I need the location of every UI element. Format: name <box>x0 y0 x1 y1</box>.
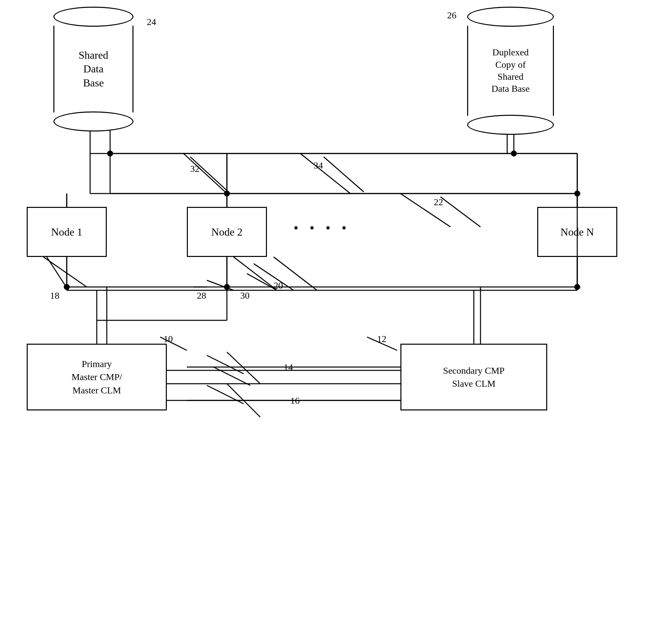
secondary-label: Secondary CMP Slave CLM <box>443 364 504 390</box>
db1-cylinder: Shared Data Base <box>50 7 137 134</box>
dots-separator: • • • • <box>294 220 350 236</box>
ref-12: 12 <box>377 334 386 344</box>
ref-30: 30 <box>240 290 250 301</box>
ref-18: 18 <box>50 290 60 301</box>
ref-16: 16 <box>290 395 300 406</box>
svg-line-50 <box>190 157 230 193</box>
svg-line-20 <box>227 384 260 417</box>
dot-node1-bottom <box>64 284 70 290</box>
dot-nodeN-bottom <box>574 284 580 290</box>
primary-box: Primary Master CMP/ Master CLM <box>27 344 167 410</box>
svg-line-52 <box>440 197 480 227</box>
db2-label: Duplexed Copy of Shared Data Base <box>491 46 529 95</box>
svg-line-22 <box>300 154 350 193</box>
dot-node2-bottom <box>224 284 230 290</box>
ref-24: 24 <box>147 17 156 27</box>
primary-label: Primary Master CMP/ Master CLM <box>71 358 122 397</box>
ref-22: 22 <box>434 197 443 208</box>
ref-32: 32 <box>190 163 200 174</box>
node1-label: Node 1 <box>51 225 82 239</box>
ref-26: 26 <box>447 10 456 21</box>
dot-db2-bus <box>511 151 517 157</box>
db2-cylinder: Duplexed Copy of Shared Data Base <box>464 7 557 137</box>
svg-line-48 <box>213 367 250 385</box>
node2-label: Node 2 <box>211 225 242 239</box>
ref-34: 34 <box>314 160 323 171</box>
svg-line-19 <box>227 352 260 384</box>
ref-14: 14 <box>283 362 293 373</box>
secondary-box: Secondary CMP Slave CLM <box>401 344 547 410</box>
svg-line-55 <box>247 274 277 290</box>
svg-line-49 <box>207 385 244 404</box>
diagram: Shared Data Base Duplexed Copy of Shared… <box>0 0 663 644</box>
nodeN-label: Node N <box>561 225 594 239</box>
ref-10: 10 <box>163 334 173 344</box>
nodeN-box: Node N <box>537 207 617 257</box>
svg-line-24 <box>233 257 277 290</box>
ref-28: 28 <box>197 290 206 301</box>
db1-label: Shared Data Base <box>79 48 109 90</box>
dot-node2-top <box>224 190 230 197</box>
dot-db1-bus <box>107 151 113 157</box>
dot-nodeN-top <box>574 190 580 197</box>
svg-line-15 <box>43 257 87 287</box>
svg-line-51 <box>324 157 364 192</box>
node2-box: Node 2 <box>187 207 267 257</box>
node1-box: Node 1 <box>27 207 107 257</box>
ref-20: 20 <box>274 280 283 291</box>
svg-line-47 <box>207 355 244 374</box>
